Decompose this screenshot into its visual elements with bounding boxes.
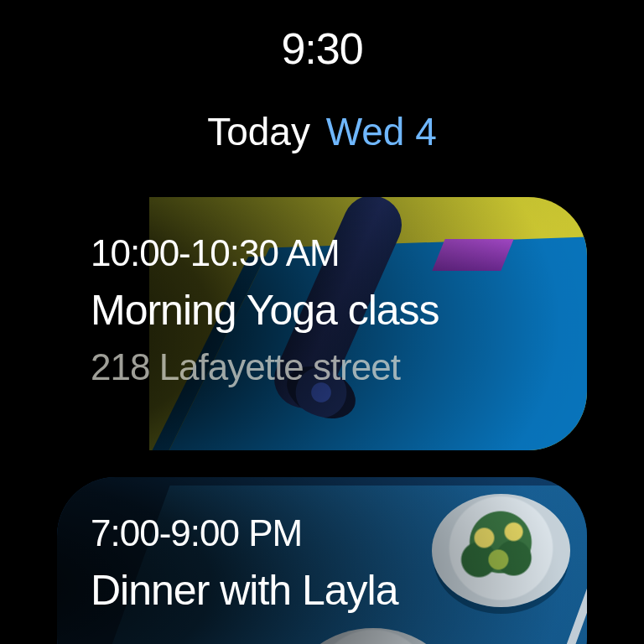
status-clock: 9:30 xyxy=(0,23,644,74)
event-time: 7:00-9:00 PM xyxy=(91,512,553,554)
agenda-list: 10:00-10:30 AM Morning Yoga class 218 La… xyxy=(57,197,587,644)
date-header-date: Wed 4 xyxy=(326,110,437,153)
event-title: Morning Yoga class xyxy=(91,286,553,335)
agenda-event-card[interactable]: 10:00-10:30 AM Morning Yoga class 218 La… xyxy=(57,197,587,450)
event-location: 218 Lafayette street xyxy=(91,346,553,388)
event-time: 10:00-10:30 AM xyxy=(91,232,553,274)
agenda-event-card[interactable]: 7:00-9:00 PM Dinner with Layla xyxy=(57,477,587,644)
date-header-label: Today xyxy=(207,110,310,153)
date-header: Today Wed 4 xyxy=(0,109,644,154)
event-title: Dinner with Layla xyxy=(91,566,553,615)
